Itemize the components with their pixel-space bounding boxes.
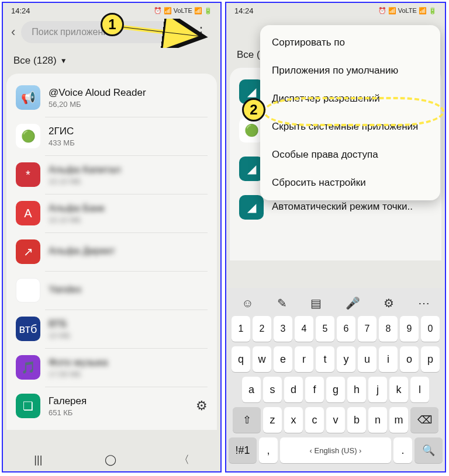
app-name: Фото музыка bbox=[49, 357, 208, 369]
clock: 14:24 bbox=[11, 6, 30, 15]
app-row[interactable]: A Альфа Банк 10.10 МБ bbox=[10, 194, 213, 232]
menu-item[interactable]: Сбросить настройки bbox=[260, 169, 440, 197]
key[interactable]: q bbox=[232, 346, 250, 372]
step-2-badge: 2 bbox=[242, 98, 265, 121]
key[interactable]: j bbox=[368, 377, 387, 402]
nav-back-icon[interactable]: 〈 bbox=[179, 453, 189, 467]
app-name: Альфа Банк bbox=[49, 203, 208, 214]
status-icons: ⏰ 📶 VoLTE 📶 🔋 bbox=[378, 7, 437, 15]
key[interactable]: i bbox=[379, 346, 398, 372]
symbols-key[interactable]: !#1 bbox=[229, 437, 257, 463]
key[interactable]: x bbox=[284, 407, 303, 433]
key[interactable]: 1 bbox=[232, 316, 250, 342]
back-icon[interactable]: ‹ bbox=[11, 25, 15, 40]
period-key[interactable]: . bbox=[393, 437, 412, 463]
app-row[interactable]: * Альфа Капитал 10.10 МБ bbox=[10, 155, 213, 194]
gear-icon[interactable]: ⚙ bbox=[196, 398, 208, 414]
kbd-tool-icon[interactable]: ⚙ bbox=[384, 296, 394, 310]
key[interactable]: m bbox=[389, 407, 408, 433]
key[interactable]: b bbox=[347, 407, 366, 433]
key[interactable]: k bbox=[389, 377, 408, 402]
step-1-badge: 1 bbox=[101, 13, 124, 36]
key[interactable]: h bbox=[347, 377, 366, 402]
key[interactable]: 3 bbox=[274, 316, 292, 342]
key[interactable]: d bbox=[284, 377, 303, 402]
keyboard[interactable]: ☺✎▤🎤⚙⋯ 1234567890 qwertyuiop asdfghjkl ⇧… bbox=[226, 288, 445, 471]
app-row[interactable]: 🟢 2ГИС 433 МБ bbox=[10, 117, 213, 155]
kbd-tool-icon[interactable]: ✎ bbox=[277, 296, 287, 310]
shift-key[interactable]: ⇧ bbox=[233, 407, 261, 433]
status-icons: ⏰ 📶 VoLTE 📶 🔋 bbox=[154, 7, 212, 15]
key[interactable]: f bbox=[305, 377, 324, 402]
app-size: 10 МБ bbox=[49, 331, 208, 340]
system-nav[interactable]: ||| ◯ 〈 bbox=[3, 448, 220, 471]
key[interactable]: z bbox=[263, 407, 282, 433]
app-row[interactable]: втб ВТБ 10 МБ bbox=[10, 310, 213, 348]
key[interactable]: 6 bbox=[337, 316, 355, 342]
right-phone: 14:24 ⏰ 📶 VoLTE 📶 🔋 Все (4 ◢ 🟢 2ГИС 433 … bbox=[225, 2, 446, 472]
key[interactable]: 9 bbox=[400, 316, 419, 342]
key[interactable]: l bbox=[410, 377, 429, 402]
app-name: Галерея bbox=[49, 395, 188, 407]
apps-list: 📢 @Voice Aloud Reader 56,20 МБ 🟢 2ГИС 43… bbox=[6, 74, 217, 430]
app-size: 56,20 МБ bbox=[49, 100, 208, 109]
key[interactable]: y bbox=[337, 346, 355, 372]
app-row[interactable]: ↗ Альфа Директ bbox=[10, 232, 213, 271]
key[interactable]: e bbox=[274, 346, 292, 372]
app-icon: A bbox=[16, 201, 40, 225]
menu-item[interactable]: Приложения по умолчанию bbox=[260, 57, 440, 85]
comma-key[interactable]: , bbox=[259, 437, 278, 463]
app-icon: Y bbox=[16, 278, 40, 303]
key[interactable]: c bbox=[305, 407, 324, 433]
menu-item[interactable]: Особые права доступа bbox=[260, 141, 440, 169]
app-name: Альфа Директ bbox=[49, 245, 208, 257]
key[interactable]: w bbox=[253, 346, 271, 372]
app-name: ВТБ bbox=[49, 318, 208, 330]
kbd-tool-icon[interactable]: ▤ bbox=[310, 296, 322, 310]
menu-item[interactable]: Сортировать по bbox=[260, 29, 440, 57]
key[interactable]: g bbox=[326, 377, 345, 402]
key[interactable]: 8 bbox=[379, 316, 398, 342]
svg-line-1 bbox=[120, 27, 199, 36]
app-row[interactable]: Y Yandex bbox=[10, 271, 213, 310]
app-icon: ❏ bbox=[16, 394, 40, 418]
app-size: 651 КБ bbox=[49, 408, 188, 417]
app-name: Yandex bbox=[49, 284, 208, 296]
app-row[interactable]: 🎵 Фото музыка 17,59 МБ bbox=[10, 348, 213, 387]
app-row[interactable]: 📢 @Voice Aloud Reader 56,20 МБ bbox=[10, 78, 213, 117]
filter-bar[interactable]: Все (128) ▼ bbox=[3, 51, 220, 74]
key[interactable]: r bbox=[295, 346, 313, 372]
key[interactable]: t bbox=[316, 346, 334, 372]
app-row[interactable]: ❏ Галерея 651 КБ ⚙ bbox=[10, 387, 213, 425]
space-key[interactable]: ‹ English (US) › bbox=[280, 437, 391, 463]
search-key[interactable]: 🔍 bbox=[415, 437, 443, 463]
app-name: @Voice Aloud Reader bbox=[49, 87, 208, 99]
key[interactable]: 7 bbox=[358, 316, 377, 342]
key[interactable]: n bbox=[368, 407, 387, 433]
backspace-key[interactable]: ⌫ bbox=[410, 407, 438, 433]
kbd-tool-icon[interactable]: ⋯ bbox=[418, 296, 430, 310]
key[interactable]: 4 bbox=[295, 316, 313, 342]
key[interactable]: 5 bbox=[316, 316, 334, 342]
home-icon[interactable]: ◯ bbox=[105, 453, 116, 466]
kbd-tool-icon[interactable]: 🎤 bbox=[346, 296, 360, 310]
key[interactable]: v bbox=[326, 407, 345, 433]
app-icon: 📢 bbox=[16, 85, 40, 110]
key[interactable]: a bbox=[242, 377, 261, 402]
recent-icon[interactable]: ||| bbox=[34, 454, 42, 466]
key[interactable]: o bbox=[400, 346, 419, 372]
kbd-tool-icon[interactable]: ☺ bbox=[241, 297, 253, 310]
app-size: 433 МБ bbox=[49, 138, 208, 147]
status-bar: 14:24 ⏰ 📶 VoLTE 📶 🔋 bbox=[226, 3, 445, 16]
filter-label: Все (128) bbox=[13, 55, 57, 67]
key[interactable]: p bbox=[421, 346, 440, 372]
app-name: Альфа Капитал bbox=[49, 164, 208, 176]
key[interactable]: 0 bbox=[421, 316, 440, 342]
key[interactable]: u bbox=[358, 346, 377, 372]
app-name: 2ГИС bbox=[49, 126, 208, 137]
app-icon: ◢ bbox=[239, 195, 264, 220]
left-phone: 14:24 ⏰ 📶 VoLTE 📶 🔋 ‹ Поиск приложений ⋮… bbox=[2, 2, 222, 472]
key[interactable]: s bbox=[263, 377, 282, 402]
key[interactable]: 2 bbox=[253, 316, 271, 342]
clock: 14:24 bbox=[234, 6, 254, 15]
